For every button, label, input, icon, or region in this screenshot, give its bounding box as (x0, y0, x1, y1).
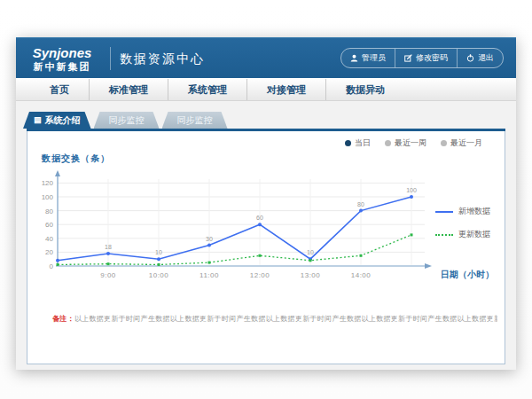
legend-label: 更新数据 (458, 229, 490, 240)
svg-text:120: 120 (42, 179, 54, 187)
svg-text:20: 20 (45, 248, 53, 256)
line-chart: 0204060801001209:0010:0011:0012:0013:001… (27, 167, 444, 305)
legend-item-1[interactable]: 更新数据 (435, 229, 490, 240)
svg-text:14:00: 14:00 (351, 271, 372, 279)
svg-text:10: 10 (307, 249, 314, 255)
solid-line-icon (435, 211, 453, 213)
footnote: 备注：以上数据更新于时间产生数据以上数据更新于时间产生数据以上数据更新于时间产生… (52, 314, 497, 324)
tab-2[interactable]: 同步监控 (162, 112, 228, 129)
svg-text:10: 10 (155, 249, 162, 255)
radio-dot-icon (441, 140, 447, 146)
svg-text:100: 100 (406, 187, 417, 193)
legend-item-0[interactable]: 新增数据 (435, 206, 490, 217)
document-grid-icon: ▤ (34, 116, 42, 124)
time-filter-option-0[interactable]: 当日 (345, 137, 371, 149)
nav-item-0[interactable]: 首页 (30, 79, 89, 100)
svg-text:80: 80 (45, 207, 53, 215)
y-axis-title: 数据交换（条） (42, 153, 110, 165)
time-filter-group: 当日最近一周最近一月 (345, 137, 482, 149)
tab-1[interactable]: 同步监控 (94, 112, 160, 129)
radio-label: 当日 (355, 137, 371, 149)
chart-legend: 新增数据更新数据 (435, 206, 490, 240)
radio-dot-icon (345, 140, 351, 146)
svg-text:60: 60 (256, 215, 263, 221)
logo: Synjones 新中新集团 (16, 44, 108, 72)
svg-text:11:00: 11:00 (200, 271, 219, 279)
logout-button[interactable]: 退出 (457, 49, 503, 67)
time-filter-option-2[interactable]: 最近一月 (441, 137, 482, 149)
tab-0[interactable]: ▤系统介绍 (23, 112, 91, 129)
svg-text:60: 60 (45, 221, 53, 229)
dotted-line-icon (435, 234, 453, 236)
nav-item-3[interactable]: 对接管理 (246, 79, 325, 100)
time-filter-option-1[interactable]: 最近一周 (385, 137, 426, 149)
header-actions: 管理员修改密码退出 (340, 48, 504, 68)
chart-panel: 当日最近一周最近一月 数据交换（条） 0204060801001209:0010… (27, 131, 505, 364)
header-divider (110, 47, 111, 70)
header-button-label: 修改密码 (416, 52, 448, 64)
user-icon (350, 54, 358, 62)
app-title: 数据资源中心 (120, 50, 205, 67)
radio-label: 最近一周 (395, 137, 426, 149)
tab-label: 同步监控 (177, 114, 213, 127)
nav-item-1[interactable]: 标准管理 (89, 79, 168, 100)
radio-dot-icon (385, 140, 391, 146)
svg-text:9:00: 9:00 (100, 271, 116, 279)
page-background: Synjones 新中新集团 数据资源中心 管理员修改密码退出 首页标准管理系统… (0, 0, 532, 399)
header-button-label: 管理员 (362, 52, 386, 64)
logo-text-secondary: 新中新集团 (16, 61, 108, 72)
x-axis-title: 日期（小时） (441, 269, 494, 281)
footnote-prefix: 备注： (52, 315, 74, 323)
app-window: Synjones 新中新集团 数据资源中心 管理员修改密码退出 首页标准管理系统… (16, 37, 516, 370)
svg-text:10:00: 10:00 (149, 271, 169, 279)
svg-text:12:00: 12:00 (250, 271, 270, 279)
svg-text:100: 100 (42, 193, 54, 201)
logo-text-primary: Synjones (16, 46, 108, 61)
tab-label: 系统介绍 (45, 114, 81, 127)
svg-text:40: 40 (45, 235, 53, 243)
power-icon (466, 54, 474, 62)
svg-text:13:00: 13:00 (301, 271, 321, 279)
svg-text:30: 30 (206, 236, 213, 242)
svg-text:80: 80 (357, 201, 364, 207)
svg-text:18: 18 (105, 244, 112, 250)
edit-icon (404, 54, 412, 62)
content-area: ▤系统介绍同步监控同步监控 当日最近一周最近一月 数据交换（条） 0204060… (16, 101, 516, 364)
tab-bar: ▤系统介绍同步监控同步监控 (23, 112, 516, 129)
nav-item-4[interactable]: 数据异动 (325, 79, 404, 100)
tab-label: 同步监控 (109, 114, 145, 127)
user-menu-button[interactable]: 管理员 (341, 49, 395, 67)
change-password-button[interactable]: 修改密码 (395, 49, 457, 67)
chart-canvas: 0204060801001209:0010:0011:0012:0013:001… (27, 167, 444, 301)
header-button-label: 退出 (478, 52, 494, 64)
svg-text:0: 0 (50, 262, 54, 270)
radio-label: 最近一月 (450, 137, 482, 149)
footnote-text: 以上数据更新于时间产生数据以上数据更新于时间产生数据以上数据更新于时间产生数据以… (74, 315, 497, 323)
nav-item-2[interactable]: 系统管理 (168, 79, 246, 100)
legend-label: 新增数据 (458, 206, 490, 217)
app-header: Synjones 新中新集团 数据资源中心 管理员修改密码退出 (16, 37, 516, 78)
main-nav: 首页标准管理系统管理对接管理数据异动 (16, 78, 516, 101)
